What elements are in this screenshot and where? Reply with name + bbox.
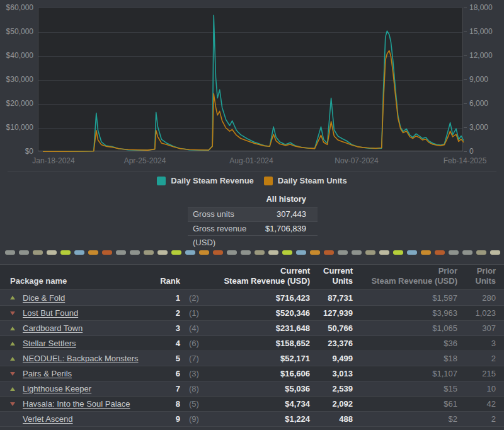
package-name-cell: Stellar Settlers <box>23 339 149 348</box>
legend-item-revenue[interactable]: Daily Steam Revenue <box>157 176 254 185</box>
package-link[interactable]: Cardboard Town <box>23 323 83 333</box>
package-name-cell: Pairs & Perils <box>23 369 149 378</box>
y-right-tick: 6,000 <box>469 99 488 108</box>
prior-revenue-value: $1,597 <box>353 293 457 303</box>
package-name-cell: Lighthouse Keeper <box>23 384 149 393</box>
x-tick: Jan-18-2024 <box>32 156 74 165</box>
current-revenue-value: $52,171 <box>218 354 310 363</box>
revenue-units-chart: $60,000 $50,000 $40,000 $30,000 $20,000 … <box>0 0 504 189</box>
prior-revenue-value: $3,963 <box>353 308 457 318</box>
color-dash <box>130 250 140 255</box>
prior-units-value: 215 <box>457 369 496 378</box>
color-dash <box>19 250 29 255</box>
color-dash <box>324 250 334 255</box>
rank-value: 1 <box>149 293 180 303</box>
current-units-value: 87,731 <box>310 293 353 303</box>
package-name-cell: Dice & Fold <box>23 293 149 303</box>
color-dash <box>352 250 362 255</box>
prior-rank-value: (8) <box>180 384 218 393</box>
color-dash-separator <box>0 250 504 255</box>
current-units-value: 50,766 <box>310 323 353 333</box>
prior-revenue-value: $1,065 <box>353 323 457 333</box>
prior-rank-value: (1) <box>180 308 218 318</box>
package-link[interactable]: Lighthouse Keeper <box>23 384 91 393</box>
prior-rank-value: (2) <box>180 293 218 303</box>
summary-label: Gross revenue (USD) <box>188 222 265 235</box>
color-dash <box>116 250 126 255</box>
current-units-value: 127,939 <box>310 308 353 318</box>
table-row: Dice & Fold1(2)$716,42387,731$1,597280 <box>0 290 504 305</box>
color-dash <box>435 250 445 255</box>
header-prior-revenue: Prior Steam Revenue (USD) <box>353 266 457 286</box>
color-dash <box>144 250 154 255</box>
chart-plot-area[interactable] <box>38 8 463 151</box>
prior-revenue-value: $18 <box>353 354 457 363</box>
summary-value: $1,706,839 <box>265 222 318 235</box>
current-revenue-value: $1,224 <box>218 414 310 424</box>
package-link[interactable]: Stellar Settlers <box>23 339 76 348</box>
prior-rank-value: (7) <box>180 354 218 363</box>
trend-up-icon <box>10 342 23 346</box>
color-dash <box>60 250 71 255</box>
legend-item-units[interactable]: Daily Steam Units <box>264 176 347 185</box>
color-dash <box>282 250 292 255</box>
color-dash <box>268 250 278 255</box>
prior-revenue-value: $36 <box>353 339 457 348</box>
package-name-cell: NEODUEL: Backpack Monsters <box>23 354 149 363</box>
color-dash <box>171 250 181 255</box>
color-dash <box>449 250 459 255</box>
prior-units-value: 1,023 <box>457 308 496 318</box>
header-prior-units: Prior Units <box>457 266 496 286</box>
trend-down-icon <box>10 372 23 376</box>
table-row: Cardboard Town3(4)$231,64850,766$1,06530… <box>0 320 504 335</box>
chart-legend: Daily Steam Revenue Daily Steam Units <box>0 176 504 185</box>
color-dash <box>476 250 486 255</box>
current-units-value: 23,376 <box>310 339 353 348</box>
color-dash <box>158 250 168 255</box>
color-dash <box>88 250 98 255</box>
color-dash <box>379 250 389 255</box>
y-left-tick: $0 <box>2 147 33 156</box>
x-tick: Apr-25-2024 <box>124 156 166 165</box>
prior-units-value: 280 <box>457 293 496 303</box>
package-name-cell: Cardboard Town <box>23 323 149 333</box>
rank-value: 7 <box>149 384 180 393</box>
package-link[interactable]: Dice & Fold <box>23 293 65 303</box>
color-dash <box>199 250 209 255</box>
prior-units-value: 307 <box>457 323 496 333</box>
package-link[interactable]: Lost But Found <box>23 308 78 318</box>
prior-rank-value: (4) <box>180 323 218 333</box>
package-name-cell: Lost But Found <box>23 308 149 318</box>
color-dash <box>213 250 223 255</box>
color-dash <box>338 250 348 255</box>
table-row: Pairs & Perils6(3)$16,6063,013$1,107215 <box>0 366 504 381</box>
table-header-row: Package name Rank Current Steam Revenue … <box>0 265 504 290</box>
current-revenue-value: $16,606 <box>218 369 310 378</box>
header-current-units: Current Units <box>310 266 353 286</box>
package-link[interactable]: Verlet Ascend <box>23 414 73 424</box>
package-link[interactable]: NEODUEL: Backpack Monsters <box>23 354 139 363</box>
package-name-cell: Verlet Ascend <box>23 414 149 424</box>
prior-revenue-value: $2 <box>353 414 457 424</box>
y-right-tick: 12,000 <box>469 51 493 60</box>
y-right-tick: 9,000 <box>469 75 488 84</box>
summary-label: Gross units <box>188 207 277 221</box>
current-revenue-value: $5,036 <box>218 384 310 393</box>
y-right-tick: 15,000 <box>469 27 493 36</box>
table-row: Havsala: Into the Soul Palace8(5)$4,7342… <box>0 396 504 411</box>
color-dash <box>310 250 320 255</box>
y-right-tick: 18,000 <box>469 3 493 12</box>
legend-label: Daily Steam Units <box>278 176 347 185</box>
prior-units-value: 2 <box>457 354 496 363</box>
header-current-revenue: Current Steam Revenue (USD) <box>218 266 310 286</box>
package-link[interactable]: Havsala: Into the Soul Palace <box>23 399 130 409</box>
color-dash <box>407 250 417 255</box>
color-dash <box>33 250 43 255</box>
current-units-value: 488 <box>310 414 353 424</box>
trend-up-icon <box>10 327 23 330</box>
current-units-value: 3,013 <box>310 369 353 378</box>
package-rankings-table: Package name Rank Current Steam Revenue … <box>0 264 504 427</box>
package-link[interactable]: Pairs & Perils <box>23 369 72 378</box>
prior-rank-value: (5) <box>180 399 218 409</box>
current-revenue-value: $158,652 <box>218 339 310 348</box>
